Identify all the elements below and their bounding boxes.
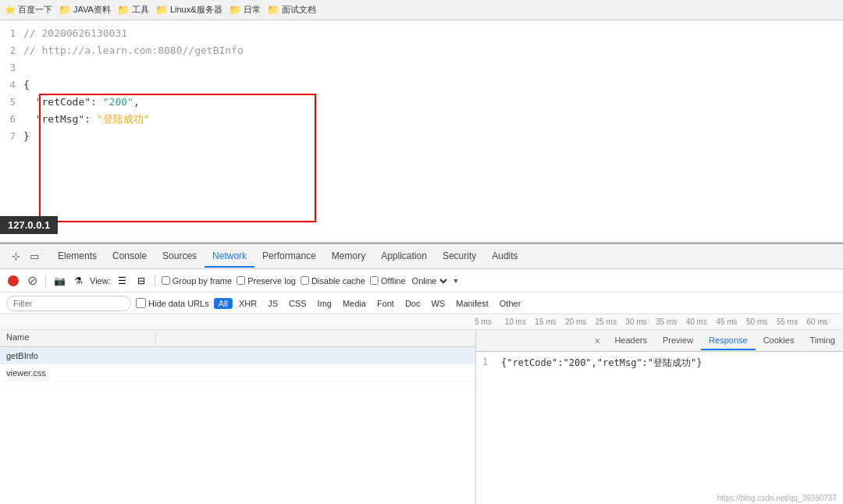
network-content: Name getBInfo viewer.css × Headers Previ… (0, 330, 843, 504)
ip-badge: 127.0.0.1 (0, 216, 58, 234)
group-by-frame-label[interactable]: Group by frame (162, 276, 232, 286)
code-area: 1 // 20200626130031 2 // http://a.learn.… (0, 20, 843, 150)
close-icon[interactable]: × (588, 335, 606, 347)
tick-45ms: 45 ms (716, 318, 746, 326)
filter-tag-css[interactable]: CSS (284, 298, 311, 309)
filter-tag-img[interactable]: Img (313, 298, 336, 309)
code-line-2: 2 // http://a.learn.com:8080//getBInfo (0, 42, 843, 59)
tab-security[interactable]: Security (435, 246, 484, 268)
separator2 (155, 275, 155, 287)
view-label: View: (90, 276, 111, 286)
star-icon: ⭐ (5, 5, 16, 16)
code-line-6: 6 "retMsg": "登陆成功" (0, 111, 843, 128)
chevron-down-icon: ▼ (453, 277, 460, 285)
bookmarks-bar: ⭐ 百度一下 📁 JAVA资料 📁 工具 📁 Linux&服务器 📁 日常 📁 … (0, 0, 843, 20)
filter-tag-js[interactable]: JS (263, 298, 283, 309)
bookmark-tools[interactable]: 📁 工具 (117, 4, 149, 16)
bookmark-linux[interactable]: 📁 Linux&服务器 (155, 4, 222, 16)
preserve-log-label[interactable]: Preserve log (237, 276, 296, 286)
response-content: {"retCode":"200","retMsg":"登陆成功"} (501, 357, 702, 370)
disable-cache-label[interactable]: Disable cache (301, 276, 365, 286)
bookmark-interview[interactable]: 📁 面试文档 (267, 4, 316, 16)
tab-application[interactable]: Application (373, 246, 435, 268)
tab-elements[interactable]: Elements (50, 246, 105, 268)
filter-tags: All XHR JS CSS Img Media Font Doc WS Man… (214, 298, 526, 309)
tick-15ms: 15 ms (535, 318, 565, 326)
record-button[interactable] (6, 274, 20, 288)
tab-performance[interactable]: Performance (254, 246, 324, 268)
tab-headers[interactable]: Headers (606, 332, 655, 350)
ruler-right: 5 ms 10 ms 15 ms 20 ms 25 ms 30 ms 35 ms… (475, 318, 837, 326)
tab-network[interactable]: Network (205, 246, 254, 268)
filter-tag-media[interactable]: Media (338, 298, 371, 309)
group-by-frame-checkbox[interactable] (162, 276, 170, 285)
throttle-area: Offline Online ▼ (370, 275, 460, 286)
devtools-panel: ⊹ ▭ Elements Console Sources Network Per… (0, 243, 843, 504)
line-number: 1 (482, 357, 495, 370)
table-row[interactable]: viewer.css (0, 364, 475, 382)
tab-cookies[interactable]: Cookies (756, 332, 802, 350)
offline-checkbox[interactable] (370, 276, 379, 285)
code-line-4: 4 { (0, 76, 843, 94)
timeline-ruler: 5 ms 10 ms 15 ms 20 ms 25 ms 30 ms 35 ms… (0, 314, 843, 330)
folder-icon: 📁 (117, 4, 130, 16)
separator (45, 275, 46, 287)
inspect-icon[interactable]: ⊹ (8, 249, 23, 264)
tick-40ms: 40 ms (686, 318, 717, 326)
devtools-tabs: ⊹ ▭ Elements Console Sources Network Per… (0, 244, 843, 269)
hide-data-urls-label[interactable]: Hide data URLs (136, 298, 209, 308)
main-content: 1 // 20200626130031 2 // http://a.learn.… (0, 20, 843, 243)
request-name-getBInfo: getBInfo (0, 351, 156, 360)
filter-tag-ws[interactable]: WS (426, 298, 450, 309)
camera-icon[interactable]: 📷 (52, 274, 66, 288)
tick-55ms: 55 ms (777, 318, 807, 326)
filter-input[interactable] (6, 296, 131, 311)
list-view-icon[interactable]: ☰ (116, 274, 130, 288)
tick-20ms: 20 ms (565, 318, 596, 326)
clear-button[interactable]: ⊘ (25, 274, 39, 288)
response-body: 1 {"retCode":"200","retMsg":"登陆成功"} (476, 352, 843, 504)
tab-timing[interactable]: Timing (802, 332, 843, 350)
filter-tag-doc[interactable]: Doc (400, 298, 425, 309)
watermark: https://blog.csdn.net/qq_39380737 (717, 494, 837, 502)
tick-35ms: 35 ms (656, 318, 686, 326)
tick-60ms: 60 ms (806, 318, 837, 326)
response-line: 1 {"retCode":"200","retMsg":"登陆成功"} (482, 357, 837, 370)
tick-25ms: 25 ms (596, 318, 626, 326)
folder-icon: 📁 (267, 4, 279, 16)
tab-audits[interactable]: Audits (484, 246, 525, 268)
tab-memory[interactable]: Memory (324, 246, 373, 268)
hide-data-urls-checkbox[interactable] (136, 298, 146, 308)
tab-response[interactable]: Response (701, 332, 756, 350)
filter-tag-manifest[interactable]: Manifest (451, 298, 493, 309)
bookmark-baidu[interactable]: ⭐ 百度一下 (5, 4, 52, 16)
tab-console[interactable]: Console (105, 246, 155, 268)
folder-icon: 📁 (59, 4, 71, 16)
devtools-icons: ⊹ ▭ (3, 249, 47, 264)
tick-30ms: 30 ms (625, 318, 656, 326)
device-icon[interactable]: ▭ (27, 249, 42, 264)
offline-label[interactable]: Offline (370, 276, 406, 286)
code-line-1: 1 // 20200626130031 (0, 25, 843, 42)
folder-icon: 📁 (155, 4, 168, 16)
preserve-log-checkbox[interactable] (237, 276, 245, 285)
tab-sources[interactable]: Sources (155, 246, 205, 268)
requests-header: Name (0, 330, 475, 347)
bookmark-java[interactable]: 📁 JAVA资料 (59, 4, 111, 16)
tick-50ms: 50 ms (746, 318, 777, 326)
filter-icon[interactable]: ⚗ (71, 274, 85, 288)
response-tabs: × Headers Preview Response Cookies Timin… (476, 330, 843, 352)
filter-tag-font[interactable]: Font (372, 298, 399, 309)
filter-tag-other[interactable]: Other (495, 298, 526, 309)
bookmark-daily[interactable]: 📁 日常 (229, 4, 261, 16)
throttle-select[interactable]: Online (409, 275, 450, 286)
disable-cache-checkbox[interactable] (301, 276, 309, 285)
code-line-5: 5 "retCode": "200", (0, 94, 843, 111)
table-row[interactable]: getBInfo (0, 347, 475, 364)
large-rows-icon[interactable]: ⊟ (134, 274, 148, 288)
request-name-viewer: viewer.css (0, 368, 156, 378)
tab-preview[interactable]: Preview (655, 332, 701, 350)
filter-tag-all[interactable]: All (214, 298, 233, 309)
filter-tag-xhr[interactable]: XHR (234, 298, 261, 309)
code-line-7: 7 } (0, 128, 843, 145)
